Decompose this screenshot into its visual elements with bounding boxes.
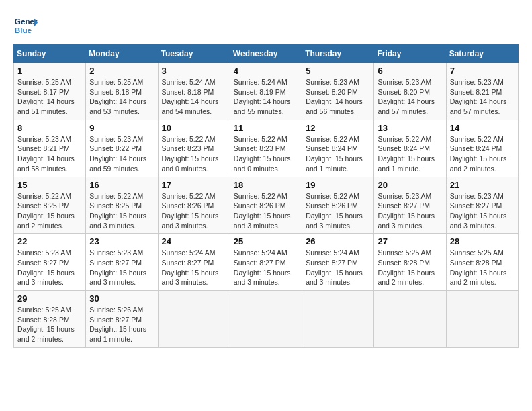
logo: General Blue xyxy=(13,13,38,38)
calendar-cell: 29Sunrise: 5:25 AM Sunset: 8:28 PM Dayli… xyxy=(14,291,86,348)
calendar-table: SundayMondayTuesdayWednesdayThursdayFrid… xyxy=(13,44,519,348)
calendar-cell xyxy=(446,291,518,348)
weekday-header-thursday: Thursday xyxy=(302,45,374,63)
calendar-week-row: 29Sunrise: 5:25 AM Sunset: 8:28 PM Dayli… xyxy=(14,291,519,348)
calendar-cell: 19Sunrise: 5:22 AM Sunset: 8:26 PM Dayli… xyxy=(302,177,374,234)
calendar-cell: 24Sunrise: 5:24 AM Sunset: 8:27 PM Dayli… xyxy=(158,234,230,291)
calendar-cell: 4Sunrise: 5:24 AM Sunset: 8:19 PM Daylig… xyxy=(230,63,302,120)
day-info: Sunrise: 5:22 AM Sunset: 8:26 PM Dayligh… xyxy=(162,191,226,231)
calendar-cell: 28Sunrise: 5:25 AM Sunset: 8:28 PM Dayli… xyxy=(446,234,518,291)
day-number: 19 xyxy=(306,180,370,190)
day-number: 25 xyxy=(234,236,298,246)
calendar-cell: 10Sunrise: 5:22 AM Sunset: 8:23 PM Dayli… xyxy=(158,120,230,177)
day-number: 5 xyxy=(306,66,370,76)
day-info: Sunrise: 5:24 AM Sunset: 8:27 PM Dayligh… xyxy=(306,248,370,287)
day-info: Sunrise: 5:23 AM Sunset: 8:27 PM Dayligh… xyxy=(378,191,442,231)
day-info: Sunrise: 5:24 AM Sunset: 8:27 PM Dayligh… xyxy=(234,248,298,287)
day-number: 8 xyxy=(17,123,82,133)
day-number: 24 xyxy=(162,236,226,246)
day-number: 11 xyxy=(234,123,298,133)
calendar-cell: 20Sunrise: 5:23 AM Sunset: 8:27 PM Dayli… xyxy=(374,177,446,234)
calendar-cell: 2Sunrise: 5:25 AM Sunset: 8:18 PM Daylig… xyxy=(86,63,158,120)
calendar-cell: 23Sunrise: 5:23 AM Sunset: 8:27 PM Dayli… xyxy=(86,234,158,291)
day-info: Sunrise: 5:23 AM Sunset: 8:27 PM Dayligh… xyxy=(17,248,82,287)
day-number: 3 xyxy=(162,66,226,76)
day-info: Sunrise: 5:24 AM Sunset: 8:18 PM Dayligh… xyxy=(162,77,226,117)
page-header: General Blue xyxy=(13,13,519,38)
day-info: Sunrise: 5:24 AM Sunset: 8:19 PM Dayligh… xyxy=(234,77,298,117)
day-info: Sunrise: 5:22 AM Sunset: 8:26 PM Dayligh… xyxy=(234,191,298,231)
calendar-cell: 25Sunrise: 5:24 AM Sunset: 8:27 PM Dayli… xyxy=(230,234,302,291)
day-info: Sunrise: 5:23 AM Sunset: 8:20 PM Dayligh… xyxy=(378,77,442,117)
day-info: Sunrise: 5:25 AM Sunset: 8:28 PM Dayligh… xyxy=(378,248,442,287)
day-number: 2 xyxy=(89,66,154,76)
day-number: 4 xyxy=(234,66,298,76)
calendar-cell xyxy=(374,291,446,348)
calendar-cell: 14Sunrise: 5:22 AM Sunset: 8:24 PM Dayli… xyxy=(446,120,518,177)
day-number: 9 xyxy=(89,123,154,133)
calendar-cell: 16Sunrise: 5:22 AM Sunset: 8:25 PM Dayli… xyxy=(86,177,158,234)
calendar-cell: 5Sunrise: 5:23 AM Sunset: 8:20 PM Daylig… xyxy=(302,63,374,120)
calendar-cell: 6Sunrise: 5:23 AM Sunset: 8:20 PM Daylig… xyxy=(374,63,446,120)
calendar-cell: 13Sunrise: 5:22 AM Sunset: 8:24 PM Dayli… xyxy=(374,120,446,177)
day-number: 15 xyxy=(17,180,82,190)
day-number: 30 xyxy=(89,293,154,304)
day-info: Sunrise: 5:23 AM Sunset: 8:27 PM Dayligh… xyxy=(450,191,515,231)
day-info: Sunrise: 5:24 AM Sunset: 8:27 PM Dayligh… xyxy=(162,248,226,287)
day-number: 28 xyxy=(450,236,515,246)
day-number: 29 xyxy=(17,293,82,304)
calendar-week-row: 8Sunrise: 5:23 AM Sunset: 8:21 PM Daylig… xyxy=(14,120,519,177)
calendar-cell xyxy=(230,291,302,348)
calendar-cell xyxy=(302,291,374,348)
calendar-cell: 27Sunrise: 5:25 AM Sunset: 8:28 PM Dayli… xyxy=(374,234,446,291)
day-info: Sunrise: 5:22 AM Sunset: 8:23 PM Dayligh… xyxy=(162,134,226,174)
day-info: Sunrise: 5:22 AM Sunset: 8:23 PM Dayligh… xyxy=(234,134,298,174)
weekday-header-wednesday: Wednesday xyxy=(230,45,302,63)
day-info: Sunrise: 5:23 AM Sunset: 8:21 PM Dayligh… xyxy=(17,134,82,174)
calendar-cell: 3Sunrise: 5:24 AM Sunset: 8:18 PM Daylig… xyxy=(158,63,230,120)
weekday-header-friday: Friday xyxy=(374,45,446,63)
weekday-header-row: SundayMondayTuesdayWednesdayThursdayFrid… xyxy=(14,45,519,63)
svg-text:Blue: Blue xyxy=(15,26,32,34)
weekday-header-tuesday: Tuesday xyxy=(158,45,230,63)
calendar-cell: 30Sunrise: 5:26 AM Sunset: 8:27 PM Dayli… xyxy=(86,291,158,348)
day-info: Sunrise: 5:22 AM Sunset: 8:25 PM Dayligh… xyxy=(89,191,154,231)
day-number: 27 xyxy=(378,236,442,246)
calendar-cell: 21Sunrise: 5:23 AM Sunset: 8:27 PM Dayli… xyxy=(446,177,518,234)
day-info: Sunrise: 5:23 AM Sunset: 8:21 PM Dayligh… xyxy=(450,77,515,117)
day-number: 10 xyxy=(162,123,226,133)
day-number: 12 xyxy=(306,123,370,133)
day-info: Sunrise: 5:22 AM Sunset: 8:24 PM Dayligh… xyxy=(306,134,370,174)
day-info: Sunrise: 5:23 AM Sunset: 8:22 PM Dayligh… xyxy=(89,134,154,174)
weekday-header-monday: Monday xyxy=(86,45,158,63)
calendar-cell: 12Sunrise: 5:22 AM Sunset: 8:24 PM Dayli… xyxy=(302,120,374,177)
day-info: Sunrise: 5:25 AM Sunset: 8:17 PM Dayligh… xyxy=(17,77,82,117)
calendar-week-row: 22Sunrise: 5:23 AM Sunset: 8:27 PM Dayli… xyxy=(14,234,519,291)
day-info: Sunrise: 5:23 AM Sunset: 8:20 PM Dayligh… xyxy=(306,77,370,117)
day-number: 1 xyxy=(17,66,82,76)
weekday-header-saturday: Saturday xyxy=(446,45,518,63)
day-number: 22 xyxy=(17,236,82,246)
logo-icon: General Blue xyxy=(13,13,38,38)
day-number: 21 xyxy=(450,180,515,190)
calendar-cell: 17Sunrise: 5:22 AM Sunset: 8:26 PM Dayli… xyxy=(158,177,230,234)
day-number: 7 xyxy=(450,66,515,76)
day-number: 18 xyxy=(234,180,298,190)
calendar-cell: 15Sunrise: 5:22 AM Sunset: 8:25 PM Dayli… xyxy=(14,177,86,234)
day-info: Sunrise: 5:22 AM Sunset: 8:24 PM Dayligh… xyxy=(378,134,442,174)
day-number: 13 xyxy=(378,123,442,133)
day-info: Sunrise: 5:25 AM Sunset: 8:18 PM Dayligh… xyxy=(89,77,154,117)
calendar-cell: 26Sunrise: 5:24 AM Sunset: 8:27 PM Dayli… xyxy=(302,234,374,291)
calendar-week-row: 15Sunrise: 5:22 AM Sunset: 8:25 PM Dayli… xyxy=(14,177,519,234)
day-number: 16 xyxy=(89,180,154,190)
calendar-cell: 18Sunrise: 5:22 AM Sunset: 8:26 PM Dayli… xyxy=(230,177,302,234)
day-number: 20 xyxy=(378,180,442,190)
calendar-cell: 22Sunrise: 5:23 AM Sunset: 8:27 PM Dayli… xyxy=(14,234,86,291)
calendar-cell: 1Sunrise: 5:25 AM Sunset: 8:17 PM Daylig… xyxy=(14,63,86,120)
calendar-cell: 9Sunrise: 5:23 AM Sunset: 8:22 PM Daylig… xyxy=(86,120,158,177)
weekday-header-sunday: Sunday xyxy=(14,45,86,63)
day-number: 14 xyxy=(450,123,515,133)
day-number: 23 xyxy=(89,236,154,246)
day-info: Sunrise: 5:26 AM Sunset: 8:27 PM Dayligh… xyxy=(89,305,154,345)
day-number: 17 xyxy=(162,180,226,190)
